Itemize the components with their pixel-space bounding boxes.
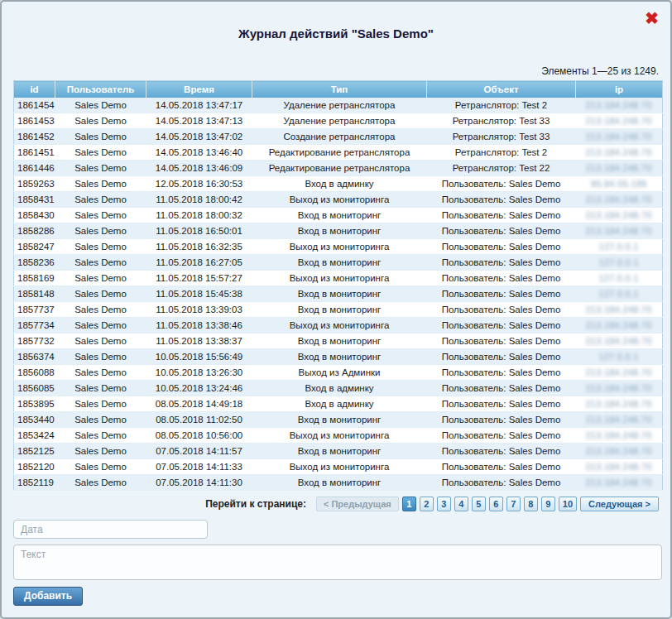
cell-ip: 213.184.248.70 <box>576 208 663 223</box>
page-button-7[interactable]: 7 <box>506 497 521 511</box>
cell-ip: 213.184.248.70 <box>576 428 663 444</box>
page-button-9[interactable]: 9 <box>541 497 555 511</box>
cell-ip: 213.184.248.70 <box>576 223 663 239</box>
page-button-1[interactable]: 1 <box>402 497 416 511</box>
cell-type: Вход в мониторинг <box>252 302 427 318</box>
cell-user: Sales Demo <box>55 444 146 459</box>
date-input[interactable] <box>13 520 208 539</box>
column-header-user: Пользователь <box>55 81 146 98</box>
cell-type: Выход из Админки <box>252 365 427 381</box>
page-button-4[interactable]: 4 <box>454 497 468 511</box>
cell-type: Выход из мониторинга <box>252 271 427 286</box>
cell-id: 1857737 <box>14 302 55 318</box>
cell-ip: 90.84.55.199 <box>576 176 663 192</box>
page-button-5[interactable]: 5 <box>472 497 486 511</box>
cell-id: 1861454 <box>14 98 55 113</box>
cell-time: 11.05.2018 13:39:03 <box>146 302 252 318</box>
cell-id: 1852125 <box>14 444 55 459</box>
cell-time: 10.05.2018 13:24:46 <box>146 381 252 396</box>
cell-time: 10.05.2018 13:26:30 <box>146 365 252 381</box>
ip-value: 213.184.248.70 <box>586 163 652 173</box>
cell-time: 10.05.2018 15:56:49 <box>146 349 252 365</box>
cell-user: Sales Demo <box>55 365 146 381</box>
cell-ip: 213.184.248.70 <box>576 113 663 129</box>
cell-id: 1861453 <box>14 113 55 129</box>
cell-id: 1852120 <box>14 459 55 475</box>
ip-value: 213.184.248.70 <box>586 194 652 204</box>
cell-id: 1858431 <box>14 192 55 208</box>
cell-time: 11.05.2018 18:00:32 <box>146 208 252 223</box>
cell-object: Пользователь: Sales Demo <box>427 318 576 333</box>
cell-id: 1861452 <box>14 129 55 145</box>
cell-id: 1853424 <box>14 428 55 444</box>
add-button[interactable]: Добавить <box>13 587 83 606</box>
cell-ip: 127.0.0.1 <box>576 255 663 271</box>
cell-type: Выход из мониторинга <box>252 192 427 208</box>
table-row: 1859263Sales Demo12.05.2018 16:30:53Вход… <box>14 176 663 192</box>
cell-ip: 213.184.248.70 <box>576 381 663 396</box>
page-button-6[interactable]: 6 <box>489 497 503 511</box>
cell-object: Ретранслятор: Test 2 <box>427 145 576 161</box>
cell-user: Sales Demo <box>55 349 146 365</box>
table-row: 1856088Sales Demo10.05.2018 13:26:30Выхо… <box>14 365 663 381</box>
cell-ip: 127.0.0.1 <box>576 271 663 286</box>
table-row: 1852120Sales Demo07.05.2018 14:11:33Выхо… <box>14 459 663 475</box>
cell-id: 1857732 <box>14 333 55 349</box>
page-button-3[interactable]: 3 <box>437 497 451 511</box>
page-button-2[interactable]: 2 <box>420 497 434 511</box>
cell-ip: 213.184.248.70 <box>576 129 663 145</box>
cell-id: 1856088 <box>14 365 55 381</box>
cell-time: 07.05.2018 14:11:30 <box>146 475 252 491</box>
cell-object: Пользователь: Sales Demo <box>427 475 576 491</box>
cell-object: Пользователь: Sales Demo <box>427 223 576 239</box>
ip-value: 213.184.248.70 <box>586 320 652 330</box>
log-table-body: 1861454Sales Demo14.05.2018 13:47:17Удал… <box>14 98 663 491</box>
table-row: 1852119Sales Demo07.05.2018 14:11:30Вход… <box>14 475 663 491</box>
page-button-8[interactable]: 8 <box>524 497 538 511</box>
cell-object: Пользователь: Sales Demo <box>427 192 576 208</box>
cell-user: Sales Demo <box>55 381 146 396</box>
cell-object: Ретранслятор: Test 22 <box>427 161 576 176</box>
table-row: 1853440Sales Demo08.05.2018 11:02:50Вход… <box>14 412 663 428</box>
next-page-button[interactable]: Следующая > <box>580 497 659 511</box>
table-row: 1857734Sales Demo11.05.2018 13:38:46Выхо… <box>14 318 663 333</box>
page-button-10[interactable]: 10 <box>559 497 577 511</box>
cell-id: 1858430 <box>14 208 55 223</box>
close-icon[interactable]: ✖ <box>645 10 659 26</box>
cell-object: Пользователь: Sales Demo <box>427 381 576 396</box>
cell-object: Пользователь: Sales Demo <box>427 176 576 192</box>
cell-time: 11.05.2018 16:50:01 <box>146 223 252 239</box>
cell-id: 1856374 <box>14 349 55 365</box>
cell-time: 08.05.2018 11:02:50 <box>146 412 252 428</box>
cell-id: 1853895 <box>14 396 55 412</box>
cell-type: Редактирование ретранслятора <box>252 145 427 161</box>
dialog-title: Журнал действий "Sales Demo" <box>2 26 670 41</box>
cell-time: 14.05.2018 13:47:13 <box>146 113 252 129</box>
cell-object: Пользователь: Sales Demo <box>427 396 576 412</box>
cell-object: Пользователь: Sales Demo <box>427 428 576 444</box>
ip-value: 127.0.0.1 <box>599 257 639 267</box>
ip-value: 213.184.248.70 <box>586 477 652 487</box>
cell-object: Пользователь: Sales Demo <box>427 302 576 318</box>
cell-time: 14.05.2018 13:47:17 <box>146 98 252 113</box>
text-input[interactable] <box>13 545 662 580</box>
cell-ip: 213.184.248.70 <box>576 365 663 381</box>
cell-type: Выход из мониторинга <box>252 459 427 475</box>
cell-time: 07.05.2018 14:11:33 <box>146 459 252 475</box>
cell-type: Вход в админку <box>252 381 427 396</box>
cell-ip: 213.184.248.70 <box>576 145 663 161</box>
ip-value: 213.184.248.70 <box>586 116 652 126</box>
cell-id: 1856085 <box>14 381 55 396</box>
cell-object: Пользователь: Sales Demo <box>427 255 576 271</box>
cell-user: Sales Demo <box>55 333 146 349</box>
cell-object: Пользователь: Sales Demo <box>427 459 576 475</box>
table-row: 1858286Sales Demo11.05.2018 16:50:01Вход… <box>14 223 663 239</box>
ip-value: 213.184.248.70 <box>586 226 652 236</box>
column-header-type: Тип <box>252 81 427 98</box>
previous-page-button[interactable]: < Предыдущая <box>316 497 399 511</box>
cell-user: Sales Demo <box>55 318 146 333</box>
cell-type: Вход в мониторинг <box>252 223 427 239</box>
cell-user: Sales Demo <box>55 223 146 239</box>
cell-user: Sales Demo <box>55 412 146 428</box>
cell-type: Выход из мониторинга <box>252 239 427 255</box>
